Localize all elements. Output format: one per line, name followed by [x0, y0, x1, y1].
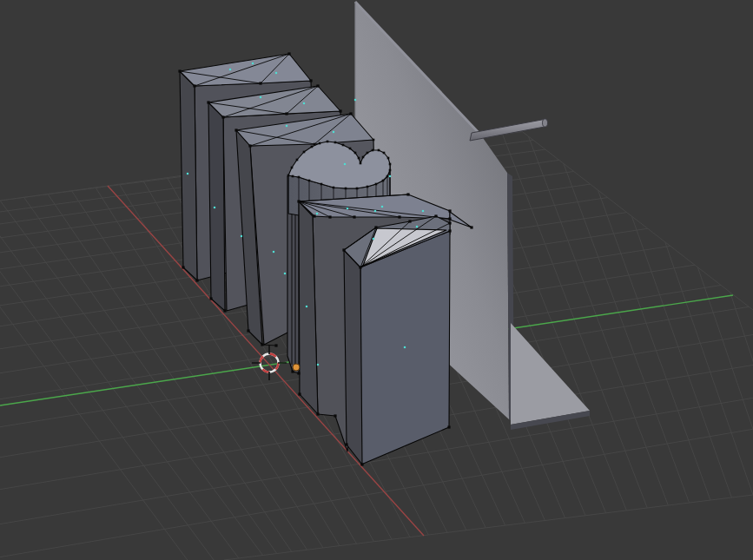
mesh-front-box[interactable] [344, 216, 450, 464]
object-origin-dot [293, 364, 300, 371]
viewport-canvas[interactable] [0, 0, 753, 560]
blender-3d-viewport[interactable] [0, 0, 753, 560]
rod-end-cap [543, 119, 548, 127]
